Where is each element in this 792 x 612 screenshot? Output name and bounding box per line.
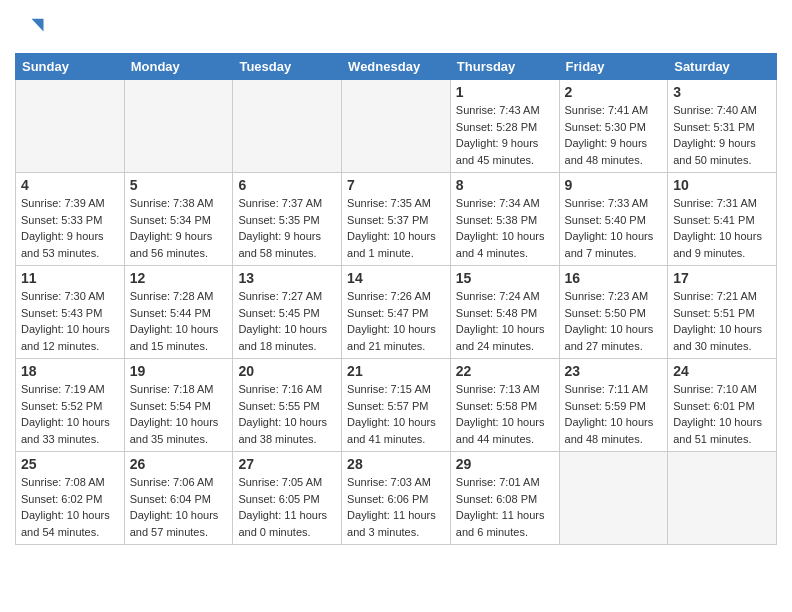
day-info: Sunrise: 7:10 AM Sunset: 6:01 PM Dayligh…	[673, 381, 771, 447]
day-number: 23	[565, 363, 663, 379]
day-info: Sunrise: 7:30 AM Sunset: 5:43 PM Dayligh…	[21, 288, 119, 354]
calendar-cell: 4Sunrise: 7:39 AM Sunset: 5:33 PM Daylig…	[16, 173, 125, 266]
day-info: Sunrise: 7:34 AM Sunset: 5:38 PM Dayligh…	[456, 195, 554, 261]
header-cell: Monday	[124, 54, 233, 80]
calendar-cell	[559, 452, 668, 545]
calendar-cell: 5Sunrise: 7:38 AM Sunset: 5:34 PM Daylig…	[124, 173, 233, 266]
day-number: 8	[456, 177, 554, 193]
day-number: 18	[21, 363, 119, 379]
header-cell: Sunday	[16, 54, 125, 80]
day-number: 6	[238, 177, 336, 193]
day-info: Sunrise: 7:31 AM Sunset: 5:41 PM Dayligh…	[673, 195, 771, 261]
day-number: 20	[238, 363, 336, 379]
day-number: 24	[673, 363, 771, 379]
calendar-cell	[16, 80, 125, 173]
day-number: 25	[21, 456, 119, 472]
calendar-cell: 2Sunrise: 7:41 AM Sunset: 5:30 PM Daylig…	[559, 80, 668, 173]
calendar-cell: 26Sunrise: 7:06 AM Sunset: 6:04 PM Dayli…	[124, 452, 233, 545]
calendar-cell: 27Sunrise: 7:05 AM Sunset: 6:05 PM Dayli…	[233, 452, 342, 545]
calendar-cell: 16Sunrise: 7:23 AM Sunset: 5:50 PM Dayli…	[559, 266, 668, 359]
calendar-cell: 17Sunrise: 7:21 AM Sunset: 5:51 PM Dayli…	[668, 266, 777, 359]
calendar-cell: 10Sunrise: 7:31 AM Sunset: 5:41 PM Dayli…	[668, 173, 777, 266]
calendar-cell: 12Sunrise: 7:28 AM Sunset: 5:44 PM Dayli…	[124, 266, 233, 359]
day-info: Sunrise: 7:24 AM Sunset: 5:48 PM Dayligh…	[456, 288, 554, 354]
calendar-cell: 13Sunrise: 7:27 AM Sunset: 5:45 PM Dayli…	[233, 266, 342, 359]
header-cell: Thursday	[450, 54, 559, 80]
day-info: Sunrise: 7:40 AM Sunset: 5:31 PM Dayligh…	[673, 102, 771, 168]
calendar-cell	[124, 80, 233, 173]
day-info: Sunrise: 7:05 AM Sunset: 6:05 PM Dayligh…	[238, 474, 336, 540]
day-number: 26	[130, 456, 228, 472]
calendar-cell: 11Sunrise: 7:30 AM Sunset: 5:43 PM Dayli…	[16, 266, 125, 359]
day-number: 22	[456, 363, 554, 379]
day-info: Sunrise: 7:21 AM Sunset: 5:51 PM Dayligh…	[673, 288, 771, 354]
day-info: Sunrise: 7:33 AM Sunset: 5:40 PM Dayligh…	[565, 195, 663, 261]
header-cell: Friday	[559, 54, 668, 80]
day-info: Sunrise: 7:26 AM Sunset: 5:47 PM Dayligh…	[347, 288, 445, 354]
day-info: Sunrise: 7:37 AM Sunset: 5:35 PM Dayligh…	[238, 195, 336, 261]
day-number: 19	[130, 363, 228, 379]
day-number: 1	[456, 84, 554, 100]
day-info: Sunrise: 7:27 AM Sunset: 5:45 PM Dayligh…	[238, 288, 336, 354]
calendar-cell	[342, 80, 451, 173]
calendar-cell: 23Sunrise: 7:11 AM Sunset: 5:59 PM Dayli…	[559, 359, 668, 452]
day-number: 16	[565, 270, 663, 286]
calendar-cell: 3Sunrise: 7:40 AM Sunset: 5:31 PM Daylig…	[668, 80, 777, 173]
calendar-cell: 19Sunrise: 7:18 AM Sunset: 5:54 PM Dayli…	[124, 359, 233, 452]
calendar-cell: 22Sunrise: 7:13 AM Sunset: 5:58 PM Dayli…	[450, 359, 559, 452]
calendar-cell: 7Sunrise: 7:35 AM Sunset: 5:37 PM Daylig…	[342, 173, 451, 266]
day-number: 5	[130, 177, 228, 193]
day-info: Sunrise: 7:41 AM Sunset: 5:30 PM Dayligh…	[565, 102, 663, 168]
calendar-cell	[233, 80, 342, 173]
calendar-cell	[668, 452, 777, 545]
day-number: 15	[456, 270, 554, 286]
calendar-cell: 1Sunrise: 7:43 AM Sunset: 5:28 PM Daylig…	[450, 80, 559, 173]
calendar-body: 1Sunrise: 7:43 AM Sunset: 5:28 PM Daylig…	[16, 80, 777, 545]
calendar-cell: 18Sunrise: 7:19 AM Sunset: 5:52 PM Dayli…	[16, 359, 125, 452]
day-info: Sunrise: 7:01 AM Sunset: 6:08 PM Dayligh…	[456, 474, 554, 540]
day-number: 14	[347, 270, 445, 286]
header-cell: Tuesday	[233, 54, 342, 80]
header-row: SundayMondayTuesdayWednesdayThursdayFrid…	[16, 54, 777, 80]
calendar-cell: 15Sunrise: 7:24 AM Sunset: 5:48 PM Dayli…	[450, 266, 559, 359]
calendar-row: 11Sunrise: 7:30 AM Sunset: 5:43 PM Dayli…	[16, 266, 777, 359]
day-info: Sunrise: 7:23 AM Sunset: 5:50 PM Dayligh…	[565, 288, 663, 354]
day-info: Sunrise: 7:08 AM Sunset: 6:02 PM Dayligh…	[21, 474, 119, 540]
page-header	[15, 10, 777, 45]
day-info: Sunrise: 7:03 AM Sunset: 6:06 PM Dayligh…	[347, 474, 445, 540]
calendar-header: SundayMondayTuesdayWednesdayThursdayFrid…	[16, 54, 777, 80]
day-number: 9	[565, 177, 663, 193]
day-number: 28	[347, 456, 445, 472]
calendar-row: 25Sunrise: 7:08 AM Sunset: 6:02 PM Dayli…	[16, 452, 777, 545]
day-info: Sunrise: 7:18 AM Sunset: 5:54 PM Dayligh…	[130, 381, 228, 447]
day-number: 2	[565, 84, 663, 100]
day-info: Sunrise: 7:15 AM Sunset: 5:57 PM Dayligh…	[347, 381, 445, 447]
day-number: 17	[673, 270, 771, 286]
calendar-row: 1Sunrise: 7:43 AM Sunset: 5:28 PM Daylig…	[16, 80, 777, 173]
calendar-cell: 20Sunrise: 7:16 AM Sunset: 5:55 PM Dayli…	[233, 359, 342, 452]
day-info: Sunrise: 7:39 AM Sunset: 5:33 PM Dayligh…	[21, 195, 119, 261]
calendar-row: 18Sunrise: 7:19 AM Sunset: 5:52 PM Dayli…	[16, 359, 777, 452]
day-number: 27	[238, 456, 336, 472]
calendar-cell: 25Sunrise: 7:08 AM Sunset: 6:02 PM Dayli…	[16, 452, 125, 545]
day-info: Sunrise: 7:19 AM Sunset: 5:52 PM Dayligh…	[21, 381, 119, 447]
day-info: Sunrise: 7:28 AM Sunset: 5:44 PM Dayligh…	[130, 288, 228, 354]
day-number: 10	[673, 177, 771, 193]
calendar-cell: 24Sunrise: 7:10 AM Sunset: 6:01 PM Dayli…	[668, 359, 777, 452]
day-info: Sunrise: 7:11 AM Sunset: 5:59 PM Dayligh…	[565, 381, 663, 447]
day-info: Sunrise: 7:43 AM Sunset: 5:28 PM Dayligh…	[456, 102, 554, 168]
day-info: Sunrise: 7:16 AM Sunset: 5:55 PM Dayligh…	[238, 381, 336, 447]
day-number: 3	[673, 84, 771, 100]
calendar-row: 4Sunrise: 7:39 AM Sunset: 5:33 PM Daylig…	[16, 173, 777, 266]
calendar-cell: 9Sunrise: 7:33 AM Sunset: 5:40 PM Daylig…	[559, 173, 668, 266]
calendar-cell: 21Sunrise: 7:15 AM Sunset: 5:57 PM Dayli…	[342, 359, 451, 452]
day-number: 12	[130, 270, 228, 286]
day-number: 29	[456, 456, 554, 472]
calendar-cell: 8Sunrise: 7:34 AM Sunset: 5:38 PM Daylig…	[450, 173, 559, 266]
calendar-cell: 14Sunrise: 7:26 AM Sunset: 5:47 PM Dayli…	[342, 266, 451, 359]
day-info: Sunrise: 7:38 AM Sunset: 5:34 PM Dayligh…	[130, 195, 228, 261]
calendar-table: SundayMondayTuesdayWednesdayThursdayFrid…	[15, 53, 777, 545]
day-info: Sunrise: 7:13 AM Sunset: 5:58 PM Dayligh…	[456, 381, 554, 447]
header-cell: Wednesday	[342, 54, 451, 80]
day-number: 21	[347, 363, 445, 379]
